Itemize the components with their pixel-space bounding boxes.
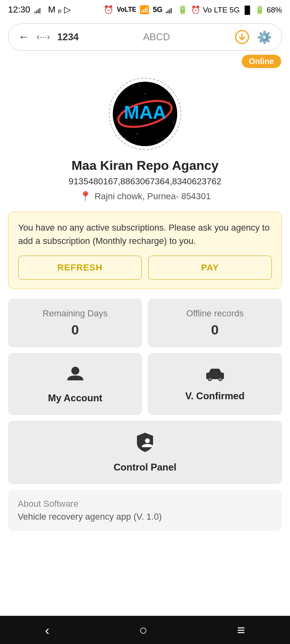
- bottom-nav: ‹ ○ ≡: [0, 616, 290, 644]
- status-time: 12:30: [8, 4, 30, 15]
- nav-breadcrumb: ‹···›: [37, 32, 50, 42]
- about-subtitle: Vehicle recovery agency app (V. 1.0): [18, 512, 272, 522]
- remaining-days-value: 0: [71, 322, 79, 338]
- svg-point-19: [219, 378, 221, 380]
- nav-label: ABCD: [86, 31, 227, 43]
- svg-point-8: [124, 138, 126, 139]
- avatar-container: MAA: [109, 78, 181, 150]
- agency-address-text: Rajni chowk, Purnea- 854301: [95, 191, 211, 202]
- back-nav-button[interactable]: ‹: [45, 622, 49, 638]
- svg-point-4: [165, 87, 166, 89]
- offline-records-card: Offline records 0: [148, 299, 282, 347]
- signal-bars: [166, 5, 174, 14]
- battery-icon: 🔋: [178, 5, 188, 14]
- alarm-icon: ⏰: [104, 5, 114, 14]
- menu-nav-button[interactable]: ≡: [237, 622, 245, 638]
- svg-point-20: [145, 438, 150, 443]
- svg-point-14: [71, 367, 79, 375]
- download-icon[interactable]: [234, 29, 250, 45]
- agency-address: 📍 Rajni chowk, Purnea- 854301: [79, 191, 211, 202]
- remaining-days-label: Remaining Days: [43, 308, 108, 319]
- wifi-icon: 📶: [139, 5, 149, 14]
- status-bar: 12:30 M ₚ ▷ ⏰ VoLTE 📶 5G 🔋 ⏰ Vo LTE 5G ▐…: [0, 0, 290, 19]
- profile-section: MAA Maa Kiran Repo Agancy 9135480167,886…: [0, 78, 290, 202]
- svg-point-2: [120, 89, 122, 91]
- battery-percent: ⏰ Vo LTE 5G ▐▌ 🔋 68%: [191, 5, 282, 14]
- svg-point-7: [116, 118, 118, 119]
- maa-logo-svg: MAA: [113, 82, 177, 146]
- svg-point-9: [157, 140, 158, 141]
- subscription-message: You have no any active subscriptions. Pl…: [18, 221, 272, 248]
- v-confirmed-label: V. Confirmed: [185, 390, 244, 402]
- settings-icon[interactable]: ⚙️: [257, 30, 272, 44]
- refresh-button[interactable]: REFRESH: [18, 256, 142, 280]
- subscription-box: You have no any active subscriptions. Pl…: [8, 212, 282, 289]
- control-panel-icon: [135, 432, 155, 457]
- back-button[interactable]: ←: [18, 31, 29, 43]
- status-left: 12:30 M ₚ ▷: [8, 4, 71, 15]
- svg-point-10: [145, 93, 146, 95]
- pay-button[interactable]: PAY: [148, 256, 272, 280]
- my-account-label: My Account: [48, 392, 102, 404]
- avatar: MAA: [113, 82, 177, 146]
- car-icon: [205, 366, 226, 386]
- stats-grid: Remaining Days 0 Offline records 0: [8, 299, 282, 347]
- nav-bar: ← ‹···› 1234 ABCD ⚙️: [8, 23, 282, 51]
- about-title: About Software: [18, 499, 272, 509]
- nav-icon-group: ⚙️: [234, 29, 272, 45]
- action-grid: My Account V. Confirmed: [8, 353, 282, 415]
- svg-point-6: [173, 122, 174, 123]
- online-badge: Online: [242, 55, 281, 68]
- home-nav-button[interactable]: ○: [139, 622, 147, 638]
- location-icon: 📍: [79, 191, 91, 202]
- svg-point-18: [209, 378, 211, 380]
- remaining-days-card: Remaining Days 0: [8, 299, 142, 347]
- offline-records-value: 0: [211, 322, 219, 338]
- svg-text:MAA: MAA: [124, 102, 166, 123]
- offline-records-label: Offline records: [186, 308, 244, 319]
- subscription-buttons: REFRESH PAY: [18, 256, 272, 280]
- control-panel-card[interactable]: Control Panel: [8, 421, 282, 484]
- svg-point-3: [133, 85, 134, 87]
- agency-name: Maa Kiran Repo Agancy: [71, 158, 218, 173]
- status-right: ⏰ VoLTE 📶 5G 🔋 ⏰ Vo LTE 5G ▐▌ 🔋 68%: [104, 5, 282, 14]
- status-icons-left: M ₚ ▷: [34, 4, 71, 15]
- nav-id: 1234: [57, 31, 79, 43]
- my-account-card[interactable]: My Account: [8, 353, 142, 415]
- agency-phones: 9135480167,8863067364,8340623762: [68, 176, 221, 187]
- account-icon: [66, 364, 85, 388]
- online-badge-container: Online: [0, 55, 290, 68]
- network-5g: 5G: [153, 6, 162, 14]
- about-section: About Software Vehicle recovery agency a…: [8, 490, 282, 531]
- control-panel-label: Control Panel: [114, 462, 176, 473]
- lte-icon: VoLTE: [117, 6, 136, 13]
- svg-point-11: [137, 134, 138, 135]
- v-confirmed-card[interactable]: V. Confirmed: [148, 353, 282, 415]
